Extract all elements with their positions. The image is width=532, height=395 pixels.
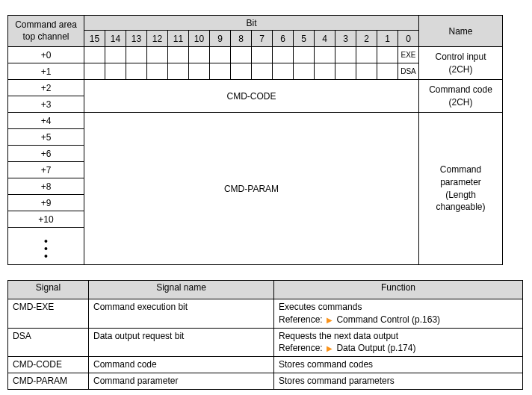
cmd-code-block: CMD-CODE	[84, 80, 419, 113]
sig-row-dsa: DSA Data output request bit Requests the…	[8, 328, 523, 357]
offset-10: +10	[8, 211, 84, 228]
bullet-icon: ▶	[327, 343, 332, 354]
sig-row-cmd-param: CMD-PARAM Command parameter Stores comma…	[8, 373, 523, 389]
offset-8: +8	[8, 178, 84, 195]
name-control-input: Control input (2CH)	[419, 47, 503, 80]
hdr-bit-14: 14	[105, 31, 126, 47]
signame-dsa: Data output request bit	[89, 328, 274, 357]
hdr-top-channel-line1: Command area	[15, 19, 77, 30]
offset-9: +9	[8, 195, 84, 211]
hdr-top-channel-line2: top channel	[22, 31, 69, 42]
signame-cmd-exe: Command execution bit	[89, 299, 274, 329]
sig-row-cmd-code: CMD-CODE Command code Stores command cod…	[8, 357, 523, 373]
hdr-bit-1: 1	[377, 31, 398, 47]
func-dsa-line1: Requests the next data output	[279, 331, 398, 341]
name-code-line1: Command code	[429, 84, 492, 95]
hdr-bit-super: Bit	[84, 16, 419, 31]
sig-cmd-code: CMD-CODE	[8, 357, 89, 373]
bit-allocation-table: Command area top channel Bit Name 15 14 …	[7, 15, 503, 265]
func-cmd-code: Stores command codes	[274, 357, 523, 373]
cell-dsa: DSA	[398, 63, 419, 80]
func-cmd-exe-ref-label: Reference:	[279, 314, 323, 325]
hdr-bit-10: 10	[189, 31, 210, 47]
hdr-bit-13: 13	[126, 31, 147, 47]
name-command-code: Command code (2CH)	[419, 80, 503, 113]
signame-cmd-code: Command code	[89, 357, 274, 373]
offset-dots: •••	[8, 228, 84, 265]
signal-table: Signal Signal name Function CMD-EXE Comm…	[7, 280, 523, 390]
name-param-line3: (Length	[445, 190, 476, 200]
hdr-bit-12: 12	[147, 31, 168, 47]
hdr-signal: Signal	[8, 281, 89, 299]
offset-4: +4	[8, 113, 84, 129]
name-command-parameter: Command parameter (Length changeable)	[419, 113, 503, 265]
name-control-line1: Control input	[435, 52, 486, 62]
func-dsa: Requests the next data output Reference:…	[274, 328, 523, 357]
hdr-bit-4: 4	[315, 31, 335, 47]
hdr-top-channel: Command area top channel	[8, 16, 84, 47]
name-param-line4: changeable)	[436, 202, 485, 212]
sig-dsa: DSA	[8, 328, 89, 357]
hdr-bit-15: 15	[84, 31, 105, 47]
offset-5: +5	[8, 129, 84, 146]
offset-7: +7	[8, 162, 84, 178]
func-dsa-ref-text: Data Output (p.174)	[336, 343, 415, 353]
offset-1: +1	[8, 63, 84, 80]
cell-exe: EXE	[398, 47, 419, 63]
cmd-param-block: CMD-PARAM	[84, 113, 419, 265]
func-cmd-exe: Executes commands Reference: ▶ Command C…	[274, 299, 523, 329]
hdr-name: Name	[419, 16, 503, 47]
hdr-bit-3: 3	[335, 31, 356, 47]
hdr-function: Function	[274, 281, 523, 299]
name-control-line2: (2CH)	[449, 64, 473, 75]
hdr-bit-6: 6	[273, 31, 294, 47]
sig-cmd-exe: CMD-EXE	[8, 299, 89, 329]
hdr-bit-2: 2	[356, 31, 377, 47]
offset-2: +2	[8, 80, 84, 96]
offset-6: +6	[8, 146, 84, 162]
offset-3: +3	[8, 96, 84, 113]
func-dsa-ref-label: Reference:	[279, 343, 323, 353]
func-cmd-param: Stores command parameters	[274, 373, 523, 389]
sig-cmd-param: CMD-PARAM	[8, 373, 89, 389]
func-cmd-exe-line1: Executes commands	[279, 302, 362, 312]
offset-0: +0	[8, 47, 84, 63]
hdr-bit-9: 9	[210, 31, 231, 47]
sig-row-cmd-exe: CMD-EXE Command execution bit Executes c…	[8, 299, 523, 329]
name-param-line2: parameter	[440, 177, 481, 187]
name-code-line2: (2CH)	[449, 97, 473, 108]
hdr-bit-5: 5	[294, 31, 315, 47]
name-param-line1: Command	[440, 164, 481, 175]
hdr-bit-7: 7	[252, 31, 273, 47]
hdr-sig-name: Signal name	[89, 281, 274, 299]
bullet-icon: ▶	[327, 315, 332, 326]
hdr-bit-0: 0	[398, 31, 419, 47]
hdr-bit-11: 11	[168, 31, 189, 47]
hdr-bit-8: 8	[231, 31, 252, 47]
func-cmd-exe-ref-text: Command Control (p.163)	[336, 314, 440, 325]
signame-cmd-param: Command parameter	[89, 373, 274, 389]
